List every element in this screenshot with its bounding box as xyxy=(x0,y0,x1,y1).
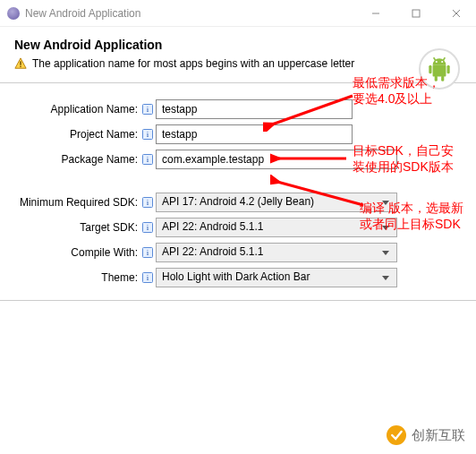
compile-value: API 22: Android 5.1.1 xyxy=(162,245,263,258)
help-icon[interactable]: i xyxy=(141,247,153,259)
theme-label: Theme: xyxy=(0,271,140,284)
project-name-label: Project Name: xyxy=(0,128,140,141)
header-message: The application name for most apps begin… xyxy=(14,57,462,70)
target-sdk-combo[interactable]: API 22: Android 5.1.1 xyxy=(156,218,397,237)
eclipse-icon xyxy=(7,7,20,20)
svg-point-14 xyxy=(436,61,438,63)
help-icon[interactable]: i xyxy=(141,104,153,116)
row-package-name: Package Name: i xyxy=(0,150,476,169)
min-sdk-label: Minimum Required SDK: xyxy=(0,196,140,209)
divider xyxy=(0,82,476,83)
row-compile-with: Compile With: i API 22: Android 5.1.1 xyxy=(0,243,476,262)
svg-rect-6 xyxy=(20,66,21,67)
wizard-header: New Android Application The application … xyxy=(0,27,476,79)
package-name-label: Package Name: xyxy=(0,153,140,166)
compile-combo[interactable]: API 22: Android 5.1.1 xyxy=(156,243,397,262)
page-title: New Android Application xyxy=(14,38,462,52)
help-icon[interactable]: i xyxy=(141,272,153,284)
svg-rect-1 xyxy=(412,10,420,17)
svg-rect-8 xyxy=(429,65,431,74)
help-icon[interactable]: i xyxy=(141,129,153,141)
min-sdk-value: API 17: Android 4.2 (Jelly Bean) xyxy=(162,195,314,208)
android-logo xyxy=(419,48,460,90)
warning-icon xyxy=(14,57,27,70)
watermark-badge-icon xyxy=(387,425,406,445)
row-min-sdk: Minimum Required SDK: i API 17: Android … xyxy=(0,193,476,212)
svg-line-12 xyxy=(434,57,436,60)
window-titlebar: New Android Application xyxy=(0,0,476,27)
app-name-label: Application Name: xyxy=(0,103,140,116)
divider xyxy=(0,300,476,301)
min-sdk-combo[interactable]: API 17: Android 4.2 (Jelly Bean) xyxy=(156,193,397,212)
minimize-button[interactable] xyxy=(355,0,395,27)
row-target-sdk: Target SDK: i API 22: Android 5.1.1 xyxy=(0,218,476,237)
close-button[interactable] xyxy=(436,0,476,27)
svg-rect-9 xyxy=(447,65,450,74)
svg-rect-11 xyxy=(441,75,444,81)
svg-point-15 xyxy=(441,61,443,63)
compile-label: Compile With: xyxy=(0,246,140,259)
row-app-name: Application Name: i xyxy=(0,99,476,119)
theme-combo[interactable]: Holo Light with Dark Action Bar xyxy=(156,268,397,287)
svg-line-13 xyxy=(443,57,445,60)
window-controls xyxy=(355,0,476,27)
package-name-input[interactable] xyxy=(156,150,397,169)
target-sdk-label: Target SDK: xyxy=(0,221,140,234)
help-icon[interactable]: i xyxy=(141,222,153,234)
svg-rect-5 xyxy=(20,61,21,64)
theme-value: Holo Light with Dark Action Bar xyxy=(162,270,310,283)
target-sdk-value: API 22: Android 5.1.1 xyxy=(162,220,263,233)
window-title: New Android Application xyxy=(25,7,355,20)
form-area: Application Name: i Project Name: i Pack… xyxy=(0,99,476,301)
help-icon[interactable]: i xyxy=(141,197,153,209)
project-name-input[interactable] xyxy=(156,124,353,144)
watermark-text: 创新互联 xyxy=(412,427,465,444)
app-name-input[interactable] xyxy=(156,99,353,119)
svg-rect-7 xyxy=(433,65,446,77)
maximize-button[interactable] xyxy=(395,0,436,27)
watermark: 创新互联 xyxy=(387,425,465,445)
svg-rect-10 xyxy=(435,75,438,81)
row-theme: Theme: i Holo Light with Dark Action Bar xyxy=(0,268,476,287)
row-project-name: Project Name: i xyxy=(0,124,476,144)
header-message-text: The application name for most apps begin… xyxy=(32,57,354,70)
help-icon[interactable]: i xyxy=(141,154,153,166)
